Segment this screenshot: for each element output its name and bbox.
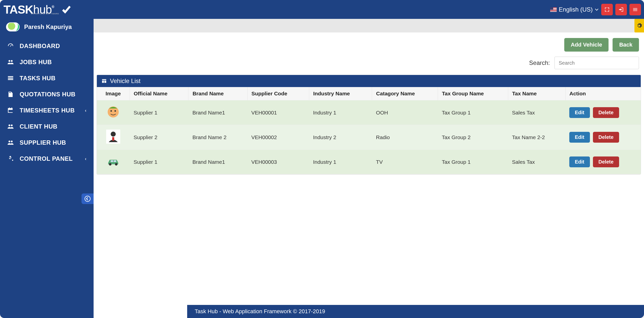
collapse-sidebar-button[interactable] bbox=[82, 193, 94, 204]
cell-code: VEH00002 bbox=[247, 125, 309, 150]
cell-official: Supplier 1 bbox=[130, 150, 188, 174]
delete-button[interactable]: Delete bbox=[593, 132, 619, 143]
users-icon bbox=[7, 139, 14, 146]
sidebar-item-label: JOBS HUB bbox=[20, 59, 52, 66]
topbar: TASKhub® WORKFLOW SOFTWARE English (US) bbox=[0, 0, 644, 19]
expand-icon bbox=[604, 7, 610, 12]
cell-code: VEH00003 bbox=[247, 150, 309, 174]
panel-header: Vehicle List bbox=[97, 75, 641, 87]
language-selector[interactable]: English (US) bbox=[550, 6, 599, 13]
cell-category: OOH bbox=[372, 100, 438, 125]
svg-point-9 bbox=[115, 163, 117, 166]
cell-image bbox=[97, 100, 130, 125]
topbar-right: English (US) bbox=[550, 4, 641, 15]
search-input[interactable] bbox=[554, 57, 639, 69]
cell-action: Edit Delete bbox=[565, 100, 641, 125]
sidebar-item-jobs-hub[interactable]: JOBS HUB bbox=[0, 54, 94, 70]
cell-official: Supplier 2 bbox=[130, 125, 188, 150]
cell-industry: Industry 1 bbox=[309, 100, 372, 125]
th-image: Image bbox=[97, 87, 130, 100]
sidebar-item-label: DASHBOARD bbox=[20, 43, 60, 50]
settings-tab[interactable] bbox=[634, 19, 644, 32]
th-brand-name: Brand Name bbox=[188, 87, 247, 100]
row-face-icon bbox=[106, 105, 120, 119]
th-action: Action bbox=[565, 87, 641, 100]
row-car-icon bbox=[106, 154, 120, 168]
cell-code: VEH00001 bbox=[247, 100, 309, 125]
add-vehicle-button[interactable]: Add Vehicle bbox=[564, 38, 609, 52]
cell-action: Edit Delete bbox=[565, 125, 641, 150]
sidebar-item-label: TASKS HUB bbox=[20, 75, 56, 82]
cell-taxgroup: Tax Group 2 bbox=[438, 125, 508, 150]
sidebar: Paresh Kapuriya DASHBOARDJOBS HUBTASKS H… bbox=[0, 19, 94, 318]
th-supplier-code: Supplier Code bbox=[247, 87, 309, 100]
cell-official: Supplier 1 bbox=[130, 100, 188, 125]
user-block[interactable]: Paresh Kapuriya bbox=[0, 19, 94, 36]
arrow-left-circle-icon bbox=[84, 195, 91, 202]
main: Add Vehicle Back Search: Vehicle List Im… bbox=[94, 19, 644, 318]
cell-taxgroup: Tax Group 1 bbox=[438, 150, 508, 174]
sidebar-item-client-hub[interactable]: CLIENT HUB bbox=[0, 118, 94, 135]
delete-button[interactable]: Delete bbox=[593, 107, 619, 118]
vehicle-table: ImageOfficial NameBrand NameSupplier Cod… bbox=[97, 87, 641, 174]
sidebar-item-tasks-hub[interactable]: TASKS HUB bbox=[0, 70, 94, 86]
svg-point-8 bbox=[109, 163, 111, 166]
vehicle-list-panel: Vehicle List ImageOfficial NameBrand Nam… bbox=[97, 75, 641, 175]
logo-mark-icon bbox=[61, 5, 71, 15]
edit-button[interactable]: Edit bbox=[569, 107, 590, 118]
hamburger-icon bbox=[632, 7, 638, 12]
panel-title: Vehicle List bbox=[110, 77, 140, 85]
svg-point-3 bbox=[114, 110, 116, 112]
search-label: Search: bbox=[529, 59, 550, 66]
chevron-down-icon bbox=[595, 8, 599, 12]
cell-brand: Brand Name 2 bbox=[188, 125, 247, 150]
dashboard-icon bbox=[7, 43, 14, 50]
cogs-icon bbox=[7, 155, 14, 162]
sidebar-item-timesheets-hub[interactable]: TIMESHEETS HUB‹ bbox=[0, 102, 94, 118]
cell-industry: Industry 1 bbox=[309, 150, 372, 174]
logout-button[interactable] bbox=[615, 4, 627, 15]
edit-button[interactable]: Edit bbox=[569, 132, 590, 143]
cell-brand: Brand Name1 bbox=[188, 100, 247, 125]
svg-rect-11 bbox=[114, 160, 116, 162]
th-tax-name: Tax Name bbox=[508, 87, 565, 100]
sidebar-item-label: CONTROL PANEL bbox=[20, 155, 73, 162]
sidebar-item-control-panel[interactable]: CONTROL PANEL‹ bbox=[0, 151, 94, 167]
sidebar-item-supplier-hub[interactable]: SUPPLIER HUB bbox=[0, 135, 94, 151]
user-name: Paresh Kapuriya bbox=[24, 23, 72, 30]
table-row: Supplier 1 Brand Name1 VEH00001 Industry… bbox=[97, 100, 641, 125]
back-button[interactable]: Back bbox=[613, 38, 639, 52]
table-row: Supplier 2 Brand Name 2 VEH00002 Industr… bbox=[97, 125, 641, 150]
th-catagory-name: Catagory Name bbox=[372, 87, 438, 100]
sidebar-item-label: CLIENT HUB bbox=[20, 123, 57, 130]
menu-button[interactable] bbox=[629, 4, 641, 15]
delete-button[interactable]: Delete bbox=[593, 156, 619, 167]
edit-button[interactable]: Edit bbox=[569, 156, 590, 167]
cell-tax: Tax Name 2-2 bbox=[508, 125, 565, 150]
th-tax-group-name: Tax Group Name bbox=[438, 87, 508, 100]
nav: DASHBOARDJOBS HUBTASKS HUBQUOTATIONS HUB… bbox=[0, 36, 94, 167]
avatar bbox=[6, 22, 20, 31]
th-official-name: Official Name bbox=[130, 87, 188, 100]
fullscreen-button[interactable] bbox=[601, 4, 613, 15]
svg-point-0 bbox=[85, 196, 90, 202]
cell-category: TV bbox=[372, 150, 438, 174]
cell-tax: Sales Tax bbox=[508, 100, 565, 125]
cell-brand: Brand Name1 bbox=[188, 150, 247, 174]
users-icon bbox=[7, 123, 14, 130]
footer: Task Hub - Web Application Framework © 2… bbox=[187, 305, 644, 318]
cell-action: Edit Delete bbox=[565, 150, 641, 174]
language-label: English (US) bbox=[559, 6, 593, 13]
sidebar-item-quotations-hub[interactable]: QUOTATIONS HUB bbox=[0, 86, 94, 102]
sidebar-item-label: SUPPLIER HUB bbox=[20, 139, 66, 146]
cell-image bbox=[97, 150, 130, 174]
signout-icon bbox=[618, 7, 624, 12]
sidebar-item-dashboard[interactable]: DASHBOARD bbox=[0, 38, 94, 54]
action-bar: Add Vehicle Back bbox=[96, 37, 642, 57]
users-icon bbox=[7, 59, 14, 66]
sidebar-item-label: QUOTATIONS HUB bbox=[20, 91, 75, 98]
cell-industry: Industry 2 bbox=[309, 125, 372, 150]
table-icon bbox=[101, 78, 107, 84]
search-bar: Search: bbox=[96, 57, 642, 75]
logo-tagline: WORKFLOW SOFTWARE bbox=[31, 13, 59, 15]
